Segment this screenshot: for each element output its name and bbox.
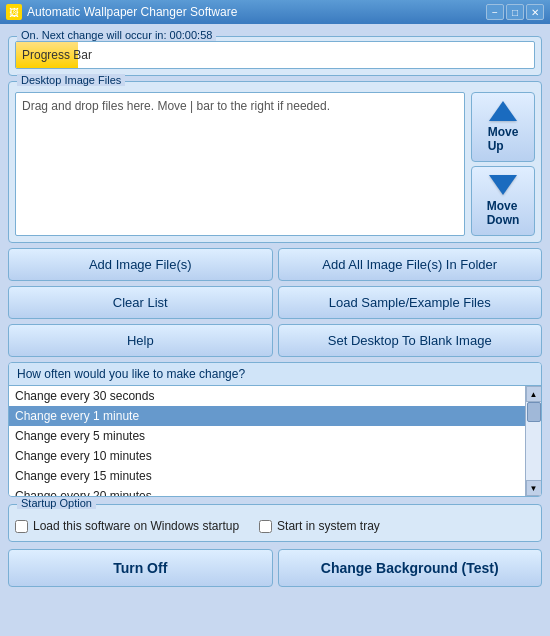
move-up-label: MoveUp [488,125,519,153]
frequency-label: How often would you like to make change? [9,363,541,386]
change-background-button[interactable]: Change Background (Test) [278,549,543,587]
main-container: On. Next change will occur in: 00:00:58 … [0,24,550,636]
move-down-label: MoveDown [487,199,520,227]
frequency-list-item[interactable]: Change every 1 minute [9,406,525,426]
move-up-button[interactable]: MoveUp [471,92,535,162]
turn-off-button[interactable]: Turn Off [8,549,273,587]
progress-bar-container: Progress Bar [15,41,535,69]
progress-bar-text: Progress Bar [16,42,534,68]
add-image-files-button[interactable]: Add Image File(s) [8,248,273,281]
action-buttons-row3: Help Set Desktop To Blank Image [8,324,542,357]
arrow-down-icon [489,175,517,195]
add-all-image-files-button[interactable]: Add All Image File(s) In Folder [278,248,543,281]
set-desktop-blank-button[interactable]: Set Desktop To Blank Image [278,324,543,357]
bottom-buttons: Turn Off Change Background (Test) [8,549,542,587]
title-bar-controls: − □ ✕ [486,4,544,20]
frequency-list-item[interactable]: Change every 30 seconds [9,386,525,406]
maximize-button[interactable]: □ [506,4,524,20]
desktop-group-box: Desktop Image Files Drag and drop files … [8,81,542,243]
startup-option-1[interactable]: Load this software on Windows startup [15,519,239,533]
scroll-thumb[interactable] [527,402,541,422]
frequency-list-item[interactable]: Change every 5 minutes [9,426,525,446]
scroll-up-button[interactable]: ▲ [526,386,542,402]
frequency-list-container: Change every 30 secondsChange every 1 mi… [9,386,541,496]
move-down-button[interactable]: MoveDown [471,166,535,236]
startup-inner: Load this software on Windows startup St… [15,515,535,535]
minimize-button[interactable]: − [486,4,504,20]
desktop-inner: Drag and drop files here. Move | bar to … [15,92,535,236]
close-button[interactable]: ✕ [526,4,544,20]
startup-option-1-label: Load this software on Windows startup [33,519,239,533]
title-text: Automatic Wallpaper Changer Software [27,5,237,19]
frequency-list-item[interactable]: Change every 20 minutes [9,486,525,496]
scroll-track [526,402,541,480]
scroll-down-button[interactable]: ▼ [526,480,542,496]
startup-option-2[interactable]: Start in system tray [259,519,380,533]
frequency-list-item[interactable]: Change every 15 minutes [9,466,525,486]
startup-checkbox-1[interactable] [15,520,28,533]
arrow-up-icon [489,101,517,121]
title-bar: 🖼 Automatic Wallpaper Changer Software −… [0,0,550,24]
clear-list-button[interactable]: Clear List [8,286,273,319]
load-sample-files-button[interactable]: Load Sample/Example Files [278,286,543,319]
startup-group-box: Startup Option Load this software on Win… [8,504,542,542]
startup-group-label: Startup Option [17,497,96,509]
action-buttons-row2: Clear List Load Sample/Example Files [8,286,542,319]
scrollbar[interactable]: ▲ ▼ [525,386,541,496]
move-buttons: MoveUp MoveDown [471,92,535,236]
title-bar-left: 🖼 Automatic Wallpaper Changer Software [6,4,237,20]
app-icon: 🖼 [6,4,22,20]
action-buttons-row1: Add Image File(s) Add All Image File(s) … [8,248,542,281]
frequency-list[interactable]: Change every 30 secondsChange every 1 mi… [9,386,525,496]
on-group-box: On. Next change will occur in: 00:00:58 … [8,36,542,76]
help-button[interactable]: Help [8,324,273,357]
on-group-label: On. Next change will occur in: 00:00:58 [17,29,216,41]
desktop-group-label: Desktop Image Files [17,74,125,86]
frequency-section: How often would you like to make change?… [8,362,542,497]
startup-checkbox-2[interactable] [259,520,272,533]
startup-option-2-label: Start in system tray [277,519,380,533]
file-drop-area[interactable]: Drag and drop files here. Move | bar to … [15,92,465,236]
frequency-list-item[interactable]: Change every 10 minutes [9,446,525,466]
